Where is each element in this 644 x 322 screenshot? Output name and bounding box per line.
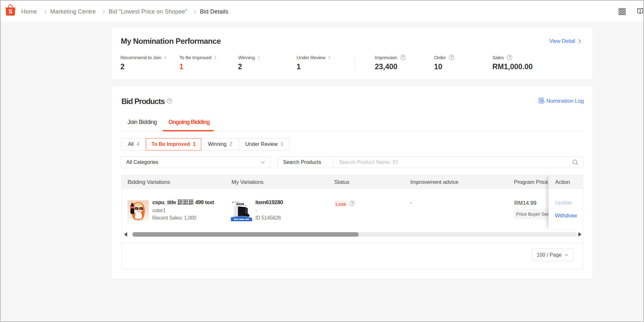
svg-text:?: ? xyxy=(450,55,453,59)
svg-text:?: ? xyxy=(168,99,171,103)
svg-text:?: ? xyxy=(509,55,511,59)
svg-text:?: ? xyxy=(351,201,353,205)
svg-text:?: ? xyxy=(402,55,404,59)
svg-text:S: S xyxy=(9,8,13,15)
